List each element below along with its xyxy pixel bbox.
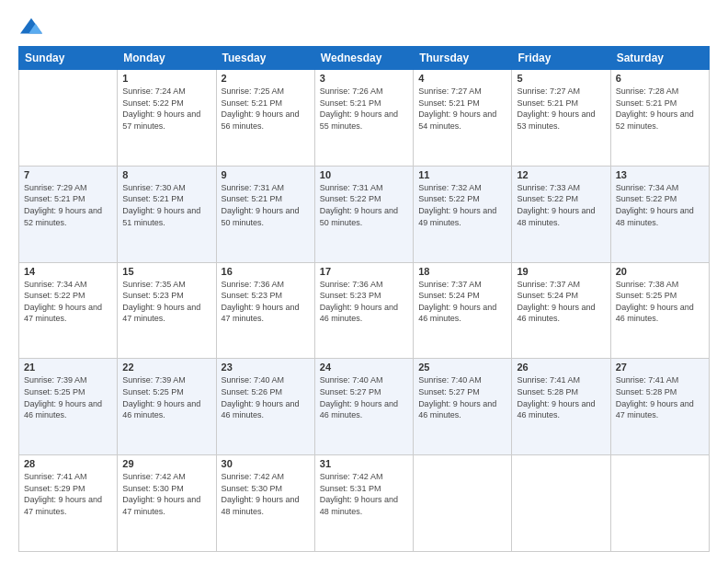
day-number: 12 — [517, 169, 605, 180]
day-number: 6 — [616, 73, 704, 84]
sunrise-text: Sunrise: 7:35 AM — [122, 280, 186, 289]
daylight-text: Daylight: 9 hours and 49 minutes. — [418, 206, 496, 227]
day-number: 31 — [320, 458, 408, 469]
sunrise-text: Sunrise: 7:29 AM — [24, 183, 87, 192]
day-info: Sunrise: 7:27 AM Sunset: 5:21 PM Dayligh… — [517, 86, 605, 132]
daylight-text: Daylight: 9 hours and 48 minutes. — [320, 495, 398, 516]
weekday-header-row: SundayMondayTuesdayWednesdayThursdayFrid… — [19, 47, 710, 70]
sunset-text: Sunset: 5:27 PM — [418, 387, 480, 396]
day-info: Sunrise: 7:34 AM Sunset: 5:22 PM Dayligh… — [616, 182, 704, 228]
calendar-cell: 4 Sunrise: 7:27 AM Sunset: 5:21 PM Dayli… — [414, 70, 512, 167]
sunset-text: Sunset: 5:25 PM — [616, 291, 677, 300]
sunrise-text: Sunrise: 7:34 AM — [24, 280, 87, 289]
day-info: Sunrise: 7:39 AM Sunset: 5:25 PM Dayligh… — [24, 374, 112, 420]
sunset-text: Sunset: 5:22 PM — [418, 194, 480, 203]
daylight-text: Daylight: 9 hours and 56 minutes. — [222, 109, 300, 131]
daylight-text: Daylight: 9 hours and 47 minutes. — [122, 495, 200, 516]
day-number: 9 — [222, 169, 310, 180]
day-number: 22 — [122, 362, 210, 373]
sunset-text: Sunset: 5:21 PM — [222, 98, 283, 108]
calendar-cell: 14 Sunrise: 7:34 AM Sunset: 5:22 PM Dayl… — [19, 262, 118, 359]
day-number: 7 — [24, 169, 112, 180]
calendar-cell — [610, 455, 709, 552]
sunset-text: Sunset: 5:22 PM — [122, 98, 184, 108]
daylight-text: Daylight: 9 hours and 54 minutes. — [418, 109, 496, 131]
sunset-text: Sunset: 5:22 PM — [616, 194, 677, 203]
sunrise-text: Sunrise: 7:36 AM — [222, 280, 285, 289]
day-number: 28 — [24, 458, 112, 469]
weekday-header: Wednesday — [314, 47, 413, 70]
calendar-cell: 18 Sunrise: 7:37 AM Sunset: 5:24 PM Dayl… — [414, 262, 512, 359]
day-info: Sunrise: 7:36 AM Sunset: 5:23 PM Dayligh… — [320, 279, 408, 325]
calendar-cell: 27 Sunrise: 7:41 AM Sunset: 5:28 PM Dayl… — [610, 359, 709, 455]
sunset-text: Sunset: 5:23 PM — [320, 291, 381, 300]
weekday-header: Monday — [118, 47, 216, 70]
calendar-week-row: 28 Sunrise: 7:41 AM Sunset: 5:29 PM Dayl… — [19, 455, 710, 552]
day-info: Sunrise: 7:26 AM Sunset: 5:21 PM Dayligh… — [320, 86, 408, 132]
day-info: Sunrise: 7:30 AM Sunset: 5:21 PM Dayligh… — [122, 182, 210, 228]
logo — [18, 17, 48, 39]
calendar-cell: 13 Sunrise: 7:34 AM Sunset: 5:22 PM Dayl… — [610, 166, 709, 262]
day-number: 23 — [222, 362, 310, 373]
weekday-header: Sunday — [19, 47, 118, 70]
daylight-text: Daylight: 9 hours and 47 minutes. — [222, 303, 300, 324]
sunrise-text: Sunrise: 7:42 AM — [122, 472, 186, 481]
day-info: Sunrise: 7:37 AM Sunset: 5:24 PM Dayligh… — [517, 279, 605, 325]
day-number: 29 — [122, 458, 210, 469]
day-info: Sunrise: 7:40 AM Sunset: 5:27 PM Dayligh… — [320, 374, 408, 420]
sunrise-text: Sunrise: 7:40 AM — [222, 375, 285, 385]
sunrise-text: Sunrise: 7:24 AM — [122, 86, 186, 96]
sunrise-text: Sunrise: 7:40 AM — [320, 375, 383, 385]
calendar-week-row: 21 Sunrise: 7:39 AM Sunset: 5:25 PM Dayl… — [19, 359, 710, 455]
calendar-cell: 28 Sunrise: 7:41 AM Sunset: 5:29 PM Dayl… — [19, 455, 118, 552]
day-number: 20 — [616, 266, 704, 277]
page: SundayMondayTuesdayWednesdayThursdayFrid… — [0, 0, 728, 563]
daylight-text: Daylight: 9 hours and 46 minutes. — [616, 303, 694, 324]
sunrise-text: Sunrise: 7:31 AM — [222, 183, 285, 192]
daylight-text: Daylight: 9 hours and 51 minutes. — [122, 206, 200, 227]
calendar-week-row: 14 Sunrise: 7:34 AM Sunset: 5:22 PM Dayl… — [19, 262, 710, 359]
day-number: 2 — [222, 73, 310, 84]
weekday-header: Friday — [512, 47, 610, 70]
day-number: 11 — [418, 169, 506, 180]
day-number: 30 — [222, 458, 310, 469]
daylight-text: Daylight: 9 hours and 48 minutes. — [616, 206, 694, 227]
sunrise-text: Sunrise: 7:37 AM — [517, 280, 580, 289]
sunset-text: Sunset: 5:29 PM — [24, 484, 85, 493]
calendar-week-row: 1 Sunrise: 7:24 AM Sunset: 5:22 PM Dayli… — [19, 70, 710, 167]
calendar-cell: 9 Sunrise: 7:31 AM Sunset: 5:21 PM Dayli… — [216, 166, 314, 262]
sunset-text: Sunset: 5:28 PM — [517, 387, 578, 396]
calendar-cell: 31 Sunrise: 7:42 AM Sunset: 5:31 PM Dayl… — [314, 455, 413, 552]
calendar-cell: 7 Sunrise: 7:29 AM Sunset: 5:21 PM Dayli… — [19, 166, 118, 262]
daylight-text: Daylight: 9 hours and 46 minutes. — [418, 399, 496, 420]
sunrise-text: Sunrise: 7:42 AM — [320, 472, 383, 481]
sunset-text: Sunset: 5:25 PM — [24, 387, 85, 396]
day-info: Sunrise: 7:33 AM Sunset: 5:22 PM Dayligh… — [517, 182, 605, 228]
day-number: 16 — [222, 266, 310, 277]
sunset-text: Sunset: 5:28 PM — [616, 387, 677, 396]
calendar-cell: 25 Sunrise: 7:40 AM Sunset: 5:27 PM Dayl… — [414, 359, 512, 455]
day-number: 10 — [320, 169, 408, 180]
daylight-text: Daylight: 9 hours and 53 minutes. — [517, 109, 595, 131]
sunset-text: Sunset: 5:22 PM — [24, 291, 85, 300]
day-info: Sunrise: 7:42 AM Sunset: 5:30 PM Dayligh… — [122, 471, 210, 517]
day-info: Sunrise: 7:41 AM Sunset: 5:28 PM Dayligh… — [616, 374, 704, 420]
calendar-cell: 23 Sunrise: 7:40 AM Sunset: 5:26 PM Dayl… — [216, 359, 314, 455]
day-info: Sunrise: 7:38 AM Sunset: 5:25 PM Dayligh… — [616, 279, 704, 325]
day-number: 15 — [122, 266, 210, 277]
sunset-text: Sunset: 5:21 PM — [517, 98, 578, 108]
daylight-text: Daylight: 9 hours and 46 minutes. — [517, 399, 595, 420]
calendar-cell: 3 Sunrise: 7:26 AM Sunset: 5:21 PM Dayli… — [314, 70, 413, 167]
sunrise-text: Sunrise: 7:39 AM — [122, 375, 186, 385]
calendar-cell: 8 Sunrise: 7:30 AM Sunset: 5:21 PM Dayli… — [118, 166, 216, 262]
calendar-cell — [512, 455, 610, 552]
daylight-text: Daylight: 9 hours and 48 minutes. — [222, 495, 300, 516]
day-number: 14 — [24, 266, 112, 277]
daylight-text: Daylight: 9 hours and 47 minutes. — [24, 495, 102, 516]
day-info: Sunrise: 7:24 AM Sunset: 5:22 PM Dayligh… — [122, 86, 210, 132]
calendar-cell: 5 Sunrise: 7:27 AM Sunset: 5:21 PM Dayli… — [512, 70, 610, 167]
weekday-header: Tuesday — [216, 47, 314, 70]
calendar-cell: 16 Sunrise: 7:36 AM Sunset: 5:23 PM Dayl… — [216, 262, 314, 359]
calendar-cell: 11 Sunrise: 7:32 AM Sunset: 5:22 PM Dayl… — [414, 166, 512, 262]
sunset-text: Sunset: 5:21 PM — [122, 194, 184, 203]
